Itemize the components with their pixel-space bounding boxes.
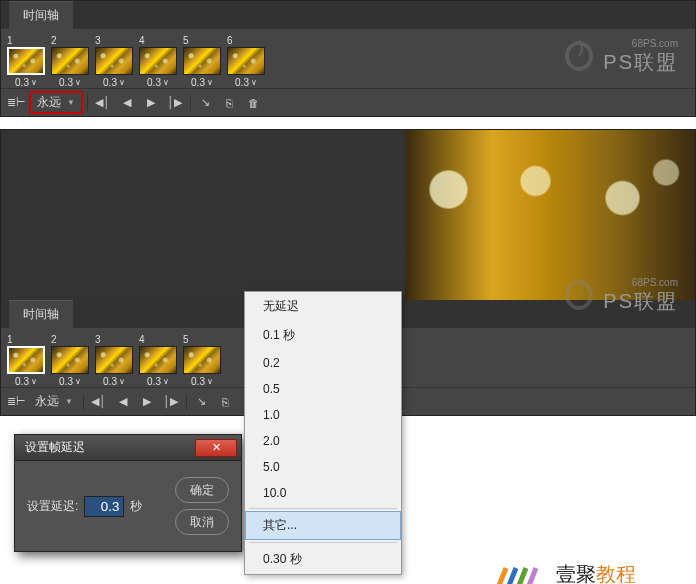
tween-button[interactable]: ↘ [191, 392, 213, 412]
separator [249, 508, 397, 509]
next-frame-button[interactable]: │▶ [160, 392, 182, 412]
prev-frame-button[interactable]: ◀ [116, 93, 138, 113]
animation-frame[interactable]: 50.3∨ [181, 334, 223, 387]
frame-delay-select[interactable]: 0.3∨ [103, 376, 125, 387]
delay-menu-item[interactable]: 2.0 [245, 428, 401, 454]
chevron-down-icon: ∨ [31, 377, 37, 386]
frame-number: 3 [95, 35, 101, 46]
prev-frame-button[interactable]: ◀ [112, 392, 134, 412]
frame-delay-select[interactable]: 0.3∨ [191, 376, 213, 387]
timeline-tab-bar: 时间轴 [1, 1, 695, 29]
animation-frame[interactable]: 20.3∨ [49, 35, 91, 88]
animation-frame[interactable]: 50.3∨ [181, 35, 223, 88]
frame-thumbnail[interactable] [139, 346, 177, 374]
delay-label: 设置延迟: [27, 498, 78, 515]
frame-thumbnail[interactable] [51, 346, 89, 374]
animation-frame[interactable]: 40.3∨ [137, 334, 179, 387]
chevron-down-icon: ∨ [31, 78, 37, 87]
delay-menu-current[interactable]: 0.30 秒 [245, 545, 401, 574]
first-frame-button[interactable]: ◀│ [88, 392, 110, 412]
delay-menu-item[interactable]: 0.1 秒 [245, 321, 401, 350]
timeline-toolbar: ≣⊢ 永远 ▼ ◀│ ◀ ▶ │▶ ↘ ⎘ 🗑 [1, 88, 695, 116]
play-button[interactable]: ▶ [136, 392, 158, 412]
delay-input[interactable] [84, 496, 124, 517]
frame-thumbnail[interactable] [227, 47, 265, 75]
chevron-down-icon: ∨ [75, 78, 81, 87]
preview-canvas [1, 130, 695, 300]
frame-delay-select[interactable]: 0.3∨ [103, 77, 125, 88]
duplicate-frame-button[interactable]: ⎘ [215, 392, 237, 412]
delete-frame-button[interactable]: 🗑 [243, 93, 265, 113]
set-frame-delay-dialog: 设置帧延迟 ✕ 设置延迟: 秒 确定 取消 [14, 434, 242, 552]
chevron-down-icon: ∨ [251, 78, 257, 87]
convert-timeline-icon[interactable]: ≣⊢ [5, 392, 27, 412]
site-watermark: 壹聚教程 www.111cn.Net [488, 560, 666, 584]
tween-button[interactable]: ↘ [195, 93, 217, 113]
delay-menu-item[interactable]: 10.0 [245, 480, 401, 506]
frame-number: 5 [183, 334, 189, 345]
separator [190, 95, 191, 111]
animation-frame[interactable]: 10.3∨ [5, 334, 47, 387]
frame-number: 4 [139, 334, 145, 345]
loop-playback-select[interactable]: 永远 ▼ [29, 391, 79, 412]
frame-delay-select[interactable]: 0.3∨ [59, 376, 81, 387]
frame-thumbnail[interactable] [183, 346, 221, 374]
frame-number: 1 [7, 334, 13, 345]
chevron-down-icon: ∨ [163, 377, 169, 386]
delay-menu-item[interactable]: 5.0 [245, 454, 401, 480]
convert-timeline-icon[interactable]: ≣⊢ [5, 93, 27, 113]
animation-frame[interactable]: 30.3∨ [93, 334, 135, 387]
frame-thumbnail[interactable] [95, 47, 133, 75]
delay-menu-item[interactable]: 0.2 [245, 350, 401, 376]
loop-playback-select[interactable]: 永远 ▼ [29, 91, 83, 114]
frame-number: 2 [51, 35, 57, 46]
chevron-down-icon: ∨ [163, 78, 169, 87]
frames-strip: 10.3∨20.3∨30.3∨40.3∨50.3∨60.3∨ [1, 29, 695, 88]
frame-delay-select[interactable]: 0.3∨ [235, 77, 257, 88]
animation-frame[interactable]: 40.3∨ [137, 35, 179, 88]
timeline-tab[interactable]: 时间轴 [9, 300, 73, 328]
delay-unit: 秒 [130, 498, 142, 515]
frame-delay-select[interactable]: 0.3∨ [15, 376, 37, 387]
chevron-down-icon: ∨ [207, 377, 213, 386]
animation-frame[interactable]: 30.3∨ [93, 35, 135, 88]
ok-button[interactable]: 确定 [175, 477, 229, 503]
play-button[interactable]: ▶ [140, 93, 162, 113]
next-frame-button[interactable]: │▶ [164, 93, 186, 113]
cancel-button[interactable]: 取消 [175, 509, 229, 535]
delay-menu-other[interactable]: 其它... [245, 511, 401, 540]
frame-delay-select[interactable]: 0.3∨ [147, 77, 169, 88]
dialog-titlebar[interactable]: 设置帧延迟 ✕ [15, 435, 241, 461]
chevron-down-icon: ∨ [119, 377, 125, 386]
frame-delay-select[interactable]: 0.3∨ [15, 77, 37, 88]
timeline-tab[interactable]: 时间轴 [9, 1, 73, 29]
separator [87, 95, 88, 111]
chevron-down-icon: ▼ [65, 397, 73, 406]
frame-delay-select[interactable]: 0.3∨ [59, 77, 81, 88]
delay-menu-item[interactable]: 0.5 [245, 376, 401, 402]
frame-thumbnail[interactable] [51, 47, 89, 75]
frame-thumbnail[interactable] [183, 47, 221, 75]
frame-number: 3 [95, 334, 101, 345]
animation-frame[interactable]: 10.3∨ [5, 35, 47, 88]
first-frame-button[interactable]: ◀│ [92, 93, 114, 113]
delay-menu-item[interactable]: 1.0 [245, 402, 401, 428]
frame-thumbnail[interactable] [7, 47, 45, 75]
frame-thumbnail[interactable] [95, 346, 133, 374]
frame-delay-select[interactable]: 0.3∨ [191, 77, 213, 88]
frame-thumbnail[interactable] [7, 346, 45, 374]
duplicate-frame-button[interactable]: ⎘ [219, 93, 241, 113]
frame-number: 2 [51, 334, 57, 345]
frame-delay-select[interactable]: 0.3∨ [147, 376, 169, 387]
animation-frame[interactable]: 20.3∨ [49, 334, 91, 387]
frame-number: 5 [183, 35, 189, 46]
chevron-down-icon: ∨ [75, 377, 81, 386]
frame-thumbnail[interactable] [139, 47, 177, 75]
animation-frame[interactable]: 60.3∨ [225, 35, 267, 88]
delay-menu-no-delay[interactable]: 无延迟 [245, 292, 401, 321]
dialog-title: 设置帧延迟 [25, 439, 85, 456]
frame-number: 6 [227, 35, 233, 46]
close-button[interactable]: ✕ [195, 439, 237, 457]
separator [249, 542, 397, 543]
chevron-down-icon: ∨ [119, 78, 125, 87]
